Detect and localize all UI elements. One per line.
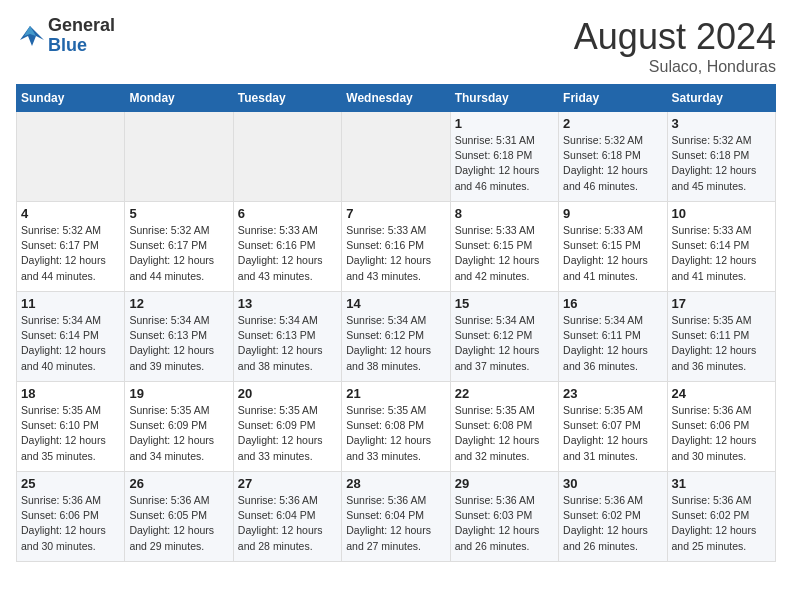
calendar-cell: 26Sunrise: 5:36 AM Sunset: 6:05 PM Dayli… [125,472,233,562]
calendar-cell: 13Sunrise: 5:34 AM Sunset: 6:13 PM Dayli… [233,292,341,382]
calendar-cell: 9Sunrise: 5:33 AM Sunset: 6:15 PM Daylig… [559,202,667,292]
day-number: 8 [455,206,554,221]
day-detail: Sunrise: 5:32 AM Sunset: 6:18 PM Dayligh… [672,133,771,194]
calendar-cell: 4Sunrise: 5:32 AM Sunset: 6:17 PM Daylig… [17,202,125,292]
calendar-cell: 21Sunrise: 5:35 AM Sunset: 6:08 PM Dayli… [342,382,450,472]
main-title: August 2024 [574,16,776,58]
header-tuesday: Tuesday [233,85,341,112]
day-number: 16 [563,296,662,311]
calendar-cell: 2Sunrise: 5:32 AM Sunset: 6:18 PM Daylig… [559,112,667,202]
week-row-3: 11Sunrise: 5:34 AM Sunset: 6:14 PM Dayli… [17,292,776,382]
week-row-4: 18Sunrise: 5:35 AM Sunset: 6:10 PM Dayli… [17,382,776,472]
header-wednesday: Wednesday [342,85,450,112]
day-detail: Sunrise: 5:33 AM Sunset: 6:14 PM Dayligh… [672,223,771,284]
week-row-5: 25Sunrise: 5:36 AM Sunset: 6:06 PM Dayli… [17,472,776,562]
calendar-cell [233,112,341,202]
day-detail: Sunrise: 5:35 AM Sunset: 6:09 PM Dayligh… [129,403,228,464]
page-header: General Blue August 2024 Sulaco, Hondura… [16,16,776,76]
day-detail: Sunrise: 5:32 AM Sunset: 6:17 PM Dayligh… [21,223,120,284]
day-detail: Sunrise: 5:36 AM Sunset: 6:06 PM Dayligh… [672,403,771,464]
day-number: 19 [129,386,228,401]
day-detail: Sunrise: 5:36 AM Sunset: 6:03 PM Dayligh… [455,493,554,554]
calendar-cell [17,112,125,202]
day-number: 28 [346,476,445,491]
calendar-cell: 31Sunrise: 5:36 AM Sunset: 6:02 PM Dayli… [667,472,775,562]
calendar-cell: 23Sunrise: 5:35 AM Sunset: 6:07 PM Dayli… [559,382,667,472]
calendar-cell [125,112,233,202]
day-detail: Sunrise: 5:33 AM Sunset: 6:15 PM Dayligh… [563,223,662,284]
calendar-cell: 30Sunrise: 5:36 AM Sunset: 6:02 PM Dayli… [559,472,667,562]
calendar-cell: 15Sunrise: 5:34 AM Sunset: 6:12 PM Dayli… [450,292,558,382]
calendar-cell: 7Sunrise: 5:33 AM Sunset: 6:16 PM Daylig… [342,202,450,292]
day-number: 7 [346,206,445,221]
day-number: 29 [455,476,554,491]
calendar-cell: 16Sunrise: 5:34 AM Sunset: 6:11 PM Dayli… [559,292,667,382]
day-number: 1 [455,116,554,131]
day-detail: Sunrise: 5:34 AM Sunset: 6:13 PM Dayligh… [238,313,337,374]
day-detail: Sunrise: 5:35 AM Sunset: 6:08 PM Dayligh… [346,403,445,464]
day-number: 17 [672,296,771,311]
day-number: 18 [21,386,120,401]
calendar-header-row: SundayMondayTuesdayWednesdayThursdayFrid… [17,85,776,112]
day-detail: Sunrise: 5:35 AM Sunset: 6:07 PM Dayligh… [563,403,662,464]
logo-blue: Blue [48,36,115,56]
title-block: August 2024 Sulaco, Honduras [574,16,776,76]
header-monday: Monday [125,85,233,112]
logo-text: General Blue [48,16,115,56]
day-detail: Sunrise: 5:34 AM Sunset: 6:12 PM Dayligh… [455,313,554,374]
calendar-cell: 19Sunrise: 5:35 AM Sunset: 6:09 PM Dayli… [125,382,233,472]
day-detail: Sunrise: 5:36 AM Sunset: 6:02 PM Dayligh… [563,493,662,554]
calendar-cell: 10Sunrise: 5:33 AM Sunset: 6:14 PM Dayli… [667,202,775,292]
logo-bird-icon [16,22,44,50]
day-number: 24 [672,386,771,401]
day-detail: Sunrise: 5:35 AM Sunset: 6:08 PM Dayligh… [455,403,554,464]
day-number: 6 [238,206,337,221]
calendar-cell: 20Sunrise: 5:35 AM Sunset: 6:09 PM Dayli… [233,382,341,472]
day-detail: Sunrise: 5:36 AM Sunset: 6:06 PM Dayligh… [21,493,120,554]
day-number: 5 [129,206,228,221]
day-detail: Sunrise: 5:36 AM Sunset: 6:02 PM Dayligh… [672,493,771,554]
day-number: 25 [21,476,120,491]
day-number: 9 [563,206,662,221]
calendar-cell: 6Sunrise: 5:33 AM Sunset: 6:16 PM Daylig… [233,202,341,292]
day-detail: Sunrise: 5:32 AM Sunset: 6:18 PM Dayligh… [563,133,662,194]
calendar-cell: 11Sunrise: 5:34 AM Sunset: 6:14 PM Dayli… [17,292,125,382]
subtitle: Sulaco, Honduras [574,58,776,76]
week-row-1: 1Sunrise: 5:31 AM Sunset: 6:18 PM Daylig… [17,112,776,202]
header-thursday: Thursday [450,85,558,112]
calendar-cell: 28Sunrise: 5:36 AM Sunset: 6:04 PM Dayli… [342,472,450,562]
day-number: 11 [21,296,120,311]
calendar-cell: 3Sunrise: 5:32 AM Sunset: 6:18 PM Daylig… [667,112,775,202]
calendar-cell: 24Sunrise: 5:36 AM Sunset: 6:06 PM Dayli… [667,382,775,472]
calendar-cell: 8Sunrise: 5:33 AM Sunset: 6:15 PM Daylig… [450,202,558,292]
calendar-table: SundayMondayTuesdayWednesdayThursdayFrid… [16,84,776,562]
svg-marker-0 [20,26,44,46]
day-number: 4 [21,206,120,221]
day-number: 30 [563,476,662,491]
calendar-cell: 29Sunrise: 5:36 AM Sunset: 6:03 PM Dayli… [450,472,558,562]
week-row-2: 4Sunrise: 5:32 AM Sunset: 6:17 PM Daylig… [17,202,776,292]
calendar-cell: 22Sunrise: 5:35 AM Sunset: 6:08 PM Dayli… [450,382,558,472]
calendar-cell: 1Sunrise: 5:31 AM Sunset: 6:18 PM Daylig… [450,112,558,202]
day-number: 26 [129,476,228,491]
calendar-cell: 18Sunrise: 5:35 AM Sunset: 6:10 PM Dayli… [17,382,125,472]
header-saturday: Saturday [667,85,775,112]
day-detail: Sunrise: 5:34 AM Sunset: 6:14 PM Dayligh… [21,313,120,374]
day-number: 23 [563,386,662,401]
day-detail: Sunrise: 5:33 AM Sunset: 6:16 PM Dayligh… [346,223,445,284]
day-detail: Sunrise: 5:36 AM Sunset: 6:04 PM Dayligh… [346,493,445,554]
day-detail: Sunrise: 5:33 AM Sunset: 6:16 PM Dayligh… [238,223,337,284]
day-detail: Sunrise: 5:34 AM Sunset: 6:11 PM Dayligh… [563,313,662,374]
calendar-cell: 12Sunrise: 5:34 AM Sunset: 6:13 PM Dayli… [125,292,233,382]
day-number: 12 [129,296,228,311]
day-detail: Sunrise: 5:35 AM Sunset: 6:11 PM Dayligh… [672,313,771,374]
day-number: 2 [563,116,662,131]
header-friday: Friday [559,85,667,112]
day-number: 15 [455,296,554,311]
calendar-cell [342,112,450,202]
calendar-cell: 17Sunrise: 5:35 AM Sunset: 6:11 PM Dayli… [667,292,775,382]
calendar-cell: 14Sunrise: 5:34 AM Sunset: 6:12 PM Dayli… [342,292,450,382]
day-number: 10 [672,206,771,221]
calendar-cell: 5Sunrise: 5:32 AM Sunset: 6:17 PM Daylig… [125,202,233,292]
day-detail: Sunrise: 5:35 AM Sunset: 6:10 PM Dayligh… [21,403,120,464]
